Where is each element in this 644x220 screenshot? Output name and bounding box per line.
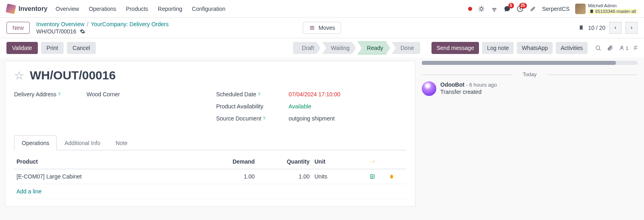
add-line-link[interactable]: Add a line bbox=[14, 184, 406, 199]
nav-products[interactable]: Products bbox=[126, 6, 148, 12]
message-text: Transfer created bbox=[440, 89, 497, 95]
tab-note[interactable]: Note bbox=[108, 135, 135, 150]
tab-additional-info[interactable]: Additional Info bbox=[57, 135, 108, 150]
pager-prev-button[interactable] bbox=[609, 22, 621, 34]
gear-icon[interactable] bbox=[80, 29, 85, 34]
svg-point-1 bbox=[494, 10, 495, 11]
col-quantity[interactable]: Quantity bbox=[257, 154, 312, 169]
source-document-value[interactable]: outgoing shipment bbox=[289, 115, 334, 122]
tools-icon[interactable] bbox=[529, 5, 537, 12]
status-ready[interactable]: Ready bbox=[358, 42, 390, 54]
delivery-address-value[interactable]: Wood Corner bbox=[87, 91, 120, 98]
cell-demand[interactable]: 1.00 bbox=[202, 169, 257, 184]
status-waiting[interactable]: Waiting bbox=[322, 42, 356, 54]
message-time: - 6 hours ago bbox=[466, 82, 497, 88]
cell-product[interactable]: [E-COM07] Large Cabinet bbox=[14, 169, 202, 184]
breadcrumb-separator: / bbox=[87, 21, 89, 27]
chatter-overflow[interactable]: F bbox=[634, 45, 638, 51]
company-name[interactable]: SerpentCS bbox=[542, 6, 570, 12]
scheduled-date-value[interactable]: 07/04/2024 17:10:00 bbox=[289, 91, 340, 98]
followers-button[interactable]: 1 bbox=[619, 45, 628, 51]
svg-point-5 bbox=[621, 46, 623, 48]
user-name: Mitchell Admin bbox=[588, 3, 638, 8]
cell-unit[interactable]: Units bbox=[312, 169, 367, 184]
message-author[interactable]: OdooBot bbox=[440, 81, 464, 88]
date-separator: Today bbox=[422, 71, 638, 77]
cancel-button[interactable]: Cancel bbox=[67, 42, 96, 54]
activities-tab[interactable]: Activities bbox=[556, 42, 588, 54]
bookmark-icon[interactable] bbox=[578, 24, 584, 31]
status-done[interactable]: Done bbox=[392, 42, 420, 54]
source-document-label: Source Document? bbox=[216, 115, 289, 122]
table-row[interactable]: [E-COM07] Large Cabinet 1.00 1.00 Units bbox=[14, 169, 406, 184]
tab-operations[interactable]: Operations bbox=[14, 135, 57, 150]
database-name: 65103348-master-all bbox=[588, 9, 638, 14]
details-icon[interactable] bbox=[367, 169, 387, 184]
scheduled-date-label: Scheduled Date? bbox=[216, 91, 289, 98]
recording-dot-icon bbox=[468, 7, 472, 11]
moves-button[interactable]: Moves bbox=[303, 22, 341, 34]
availability-label: Product Availability bbox=[216, 103, 289, 110]
nav-operations[interactable]: Operations bbox=[89, 6, 116, 12]
availability-value: Available bbox=[289, 103, 312, 110]
delete-icon[interactable] bbox=[386, 169, 406, 184]
record-title: WH/OUT/00016 bbox=[30, 68, 116, 82]
new-button[interactable]: New bbox=[6, 22, 30, 34]
breadcrumb-current: WH/OUT/00016 bbox=[36, 28, 76, 35]
print-button[interactable]: Print bbox=[41, 42, 64, 54]
col-product[interactable]: Product bbox=[14, 154, 202, 169]
operations-table: Product Demand Quantity Unit [E-COM07] L… bbox=[14, 154, 406, 199]
favorite-star-icon[interactable]: ☆ bbox=[14, 69, 24, 82]
help-icon[interactable]: ? bbox=[58, 92, 60, 97]
bug-icon[interactable] bbox=[478, 5, 485, 12]
nav-reporting[interactable]: Reporting bbox=[158, 6, 182, 12]
horizontal-scrollbar[interactable] bbox=[422, 61, 638, 65]
nav-overview[interactable]: Overview bbox=[56, 6, 79, 12]
action-bar: Validate Print Cancel Draft Waiting Read… bbox=[0, 38, 644, 58]
help-icon[interactable]: ? bbox=[258, 92, 260, 97]
activities-badge: 25 bbox=[519, 3, 527, 8]
search-icon[interactable] bbox=[595, 45, 601, 51]
odoobot-avatar-icon bbox=[422, 81, 436, 96]
user-menu[interactable]: Mitchell Admin 65103348-master-all bbox=[575, 3, 638, 14]
cell-quantity[interactable]: 1.00 bbox=[257, 169, 312, 184]
log-note-tab[interactable]: Log note bbox=[482, 42, 514, 54]
validate-button[interactable]: Validate bbox=[6, 42, 38, 54]
notebook-tabs: Operations Additional Info Note bbox=[14, 135, 406, 150]
pager-text[interactable]: 10 / 20 bbox=[588, 25, 605, 31]
moves-label: Moves bbox=[318, 25, 335, 31]
breadcrumb-row: New Inventory Overview / YourCompany: De… bbox=[0, 18, 644, 38]
help-icon[interactable]: ? bbox=[263, 116, 265, 121]
col-unit[interactable]: Unit bbox=[312, 154, 367, 169]
status-bar: Draft Waiting Ready Done bbox=[293, 42, 422, 54]
messages-badge: 5 bbox=[508, 3, 514, 8]
scrollbar-thumb[interactable] bbox=[422, 61, 616, 65]
col-forecast-icon bbox=[367, 154, 387, 169]
app-name[interactable]: Inventory bbox=[19, 5, 47, 12]
delivery-address-label: Delivery Address? bbox=[14, 91, 87, 98]
status-draft[interactable]: Draft bbox=[293, 42, 320, 54]
breadcrumb-delivery-orders[interactable]: YourCompany: Delivery Orders bbox=[91, 21, 169, 27]
app-logo[interactable] bbox=[6, 3, 16, 14]
svg-point-0 bbox=[480, 7, 483, 10]
form-sheet: ☆ WH/OUT/00016 Delivery Address? Wood Co… bbox=[5, 61, 415, 207]
top-nav: Inventory Overview Operations Products R… bbox=[0, 0, 644, 18]
nav-configuration[interactable]: Configuration bbox=[192, 6, 225, 12]
svg-point-4 bbox=[596, 46, 600, 50]
send-message-tab[interactable]: Send message bbox=[431, 42, 479, 54]
chatter-message: OdooBot - 6 hours ago Transfer created bbox=[422, 81, 638, 96]
breadcrumb-inventory-overview[interactable]: Inventory Overview bbox=[36, 21, 85, 27]
wifi-icon[interactable] bbox=[491, 5, 498, 12]
attachment-icon[interactable] bbox=[607, 45, 613, 51]
whatsapp-tab[interactable]: WhatsApp bbox=[517, 42, 553, 54]
pager-next-button[interactable] bbox=[625, 22, 638, 34]
chatter-panel: Today OdooBot - 6 hours ago Transfer cre… bbox=[415, 58, 644, 207]
col-demand[interactable]: Demand bbox=[202, 154, 257, 169]
follower-count: 1 bbox=[625, 45, 628, 51]
messages-icon[interactable]: 5 bbox=[504, 5, 511, 12]
user-avatar bbox=[575, 4, 586, 14]
activities-icon[interactable]: 25 bbox=[516, 5, 524, 12]
